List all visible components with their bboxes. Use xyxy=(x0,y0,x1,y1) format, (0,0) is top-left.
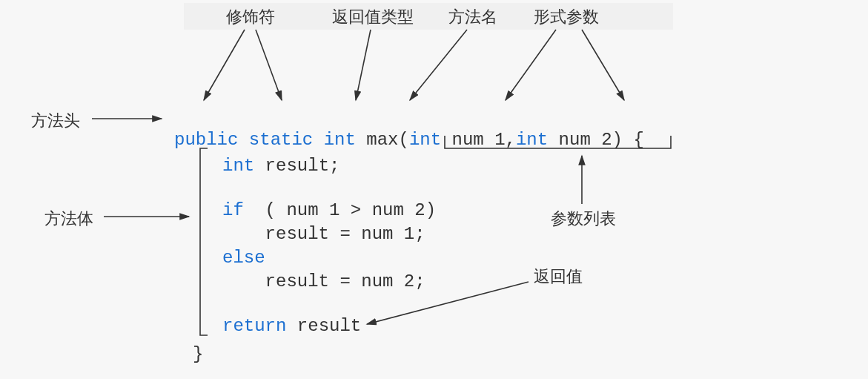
arrow-modifier-2 xyxy=(256,30,282,100)
kw-int-p1: int xyxy=(409,130,441,150)
param1-name: num 1 xyxy=(452,130,506,150)
arrow-modifier-1 xyxy=(204,30,245,100)
arrow-method-name xyxy=(410,30,467,100)
diagram-arrows xyxy=(0,0,868,379)
label-return-type: 返回值类型 xyxy=(332,6,414,28)
kw-int-return: int xyxy=(324,130,356,150)
rparen-brace: ) { xyxy=(612,130,644,150)
declare-rest: result; xyxy=(254,156,339,176)
kw-static: static xyxy=(249,130,313,150)
arrow-formal-params-1 xyxy=(506,30,556,100)
kw-return: return xyxy=(222,316,286,336)
label-return-value: 返回值 xyxy=(534,266,583,288)
code-body-line1: int result; xyxy=(222,156,339,176)
label-method-name: 方法名 xyxy=(448,6,497,28)
code-body-if: if ( num 1 > num 2) xyxy=(222,200,436,220)
label-method-header: 方法头 xyxy=(31,110,80,132)
return-expr: result xyxy=(286,316,361,336)
arrow-formal-params-2 xyxy=(582,30,624,100)
comma: , xyxy=(506,130,516,150)
code-body-else: else xyxy=(222,248,265,268)
lparen: ( xyxy=(399,130,409,150)
code-body-if-stmt: result = num 1; xyxy=(222,224,425,244)
label-method-body: 方法体 xyxy=(44,208,93,230)
code-body-return: return result xyxy=(222,316,361,336)
kw-else: else xyxy=(222,248,265,268)
method-name: max xyxy=(366,130,398,150)
kw-public: public xyxy=(174,130,238,150)
arrow-return-type xyxy=(356,30,371,100)
code-header-line: public static int max(int num 1,int num … xyxy=(174,110,644,150)
code-close-brace: } xyxy=(193,344,203,364)
code-body-else-stmt: result = num 2; xyxy=(222,271,425,291)
kw-int-p2: int xyxy=(516,130,548,150)
if-cond: ( num 1 > num 2) xyxy=(244,200,436,220)
kw-if: if xyxy=(222,200,244,220)
kw-int-result: int xyxy=(222,156,254,176)
label-formal-params: 形式参数 xyxy=(534,6,599,28)
label-modifier: 修饰符 xyxy=(226,6,275,28)
body-bracket xyxy=(200,148,208,335)
param2-name: num 2 xyxy=(559,130,612,150)
label-param-list: 参数列表 xyxy=(551,208,616,230)
